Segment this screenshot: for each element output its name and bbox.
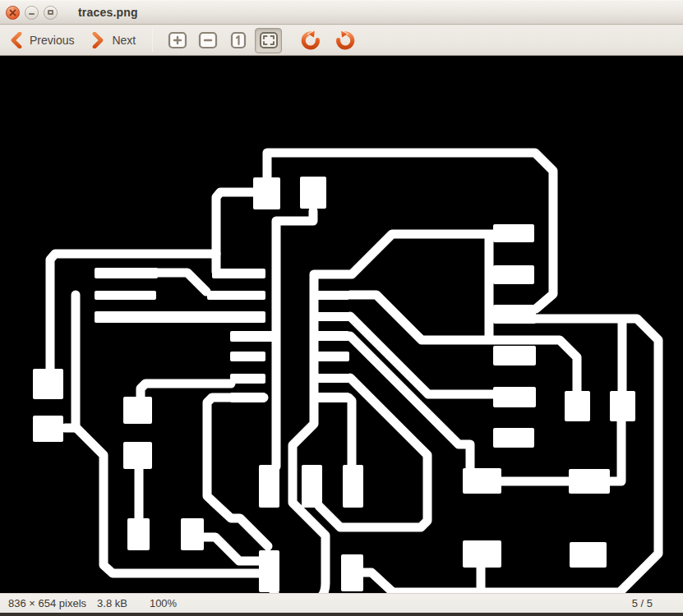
pcb-pad — [300, 177, 326, 209]
pcb-pad — [33, 369, 63, 399]
pcb-pad — [565, 391, 590, 421]
pcb-pad — [493, 428, 534, 448]
pcb-pad — [312, 374, 349, 383]
pcb-pad — [312, 291, 349, 300]
pcb-pad — [493, 387, 536, 407]
pcb-pad — [230, 331, 278, 342]
maximize-icon[interactable] — [44, 6, 58, 20]
pcb-pad — [493, 305, 536, 324]
minimize-icon[interactable] — [25, 6, 39, 20]
pcb-pad — [95, 291, 156, 300]
previous-button[interactable]: Previous — [10, 32, 74, 48]
pcb-pad — [341, 554, 363, 591]
file-size: 3.8 kB — [97, 597, 127, 609]
toolbar: Previous Next — [0, 25, 683, 56]
pcb-pad — [569, 469, 610, 494]
pcb-pad — [230, 374, 265, 384]
titlebar: traces.png — [0, 0, 683, 25]
image-dimensions: 836 × 654 pixels — [8, 597, 86, 609]
pcb-pad — [463, 540, 501, 568]
pcb-trace — [216, 192, 255, 272]
previous-label: Previous — [30, 34, 74, 47]
window-title: traces.png — [78, 6, 138, 19]
rotate-left-button[interactable] — [297, 28, 324, 53]
pcb-pad — [312, 331, 349, 341]
pcb-pad — [312, 352, 349, 361]
toolbar-separator — [152, 29, 153, 52]
pcb-pad — [207, 291, 265, 300]
pcb-pad — [230, 352, 265, 361]
pcb-pad — [259, 550, 279, 592]
statusbar: 836 × 654 pixels 3.8 kB 100% 5 / 5 — [0, 593, 683, 613]
pcb-trace — [350, 336, 470, 470]
pcb-pad — [312, 393, 349, 402]
rotate-clockwise-icon — [335, 30, 357, 52]
normal-size-icon — [229, 31, 247, 49]
zoom-out-icon — [198, 31, 218, 49]
pcb-pad — [127, 518, 150, 550]
close-icon[interactable] — [6, 6, 20, 20]
pcb-pad — [230, 393, 265, 402]
chevron-left-icon — [10, 32, 22, 48]
pcb-pad — [253, 177, 280, 209]
image-viewer-window: traces.png Previous Next — [0, 0, 683, 616]
pcb-pad — [493, 224, 534, 242]
close-x-glyph — [9, 9, 16, 16]
pcb-trace — [156, 273, 206, 292]
minimize-glyph — [29, 13, 35, 15]
pcb-pad — [343, 465, 363, 508]
rotate-counterclockwise-icon — [299, 30, 321, 52]
pcb-trace — [609, 421, 621, 481]
pcb-pad — [181, 518, 204, 550]
pcb-pad — [312, 312, 349, 321]
pcb-pad — [95, 268, 158, 278]
best-fit-button[interactable] — [255, 28, 282, 53]
pcb-pad — [95, 311, 265, 323]
status-left: 836 × 654 pixels 3.8 kB 100% — [8, 597, 177, 609]
pcb-pad — [610, 391, 635, 421]
pcb-pad — [212, 269, 265, 278]
pcb-pad — [33, 416, 63, 442]
pcb-pad — [570, 542, 607, 568]
zoom-level: 100% — [150, 597, 177, 609]
pcb-pad — [123, 397, 152, 424]
pcb-pad — [123, 442, 152, 469]
zoom-out-button[interactable] — [194, 28, 221, 53]
next-button[interactable]: Next — [92, 32, 136, 48]
pcb-pad — [463, 468, 501, 494]
pcb-trace — [207, 398, 268, 546]
zoom-in-icon — [168, 31, 187, 49]
pcb-trace — [348, 398, 352, 467]
window-bottom-edge — [0, 613, 683, 616]
next-label: Next — [112, 34, 136, 47]
chevron-right-icon — [92, 32, 104, 48]
pcb-trace-image — [0, 56, 683, 593]
pcb-pad — [493, 346, 536, 365]
pcb-pad — [493, 265, 534, 284]
maximize-glyph — [48, 10, 53, 15]
pcb-pad — [302, 465, 322, 508]
collection-position: 5 / 5 — [632, 597, 653, 609]
image-display-area[interactable] — [0, 56, 683, 593]
rotate-right-button[interactable] — [332, 28, 359, 53]
pcb-pad — [259, 465, 279, 508]
zoom-in-button[interactable] — [164, 28, 191, 53]
normal-size-button[interactable] — [224, 28, 252, 53]
best-fit-icon — [259, 31, 279, 49]
pcb-trace — [203, 537, 261, 561]
pcb-trace — [350, 295, 577, 393]
